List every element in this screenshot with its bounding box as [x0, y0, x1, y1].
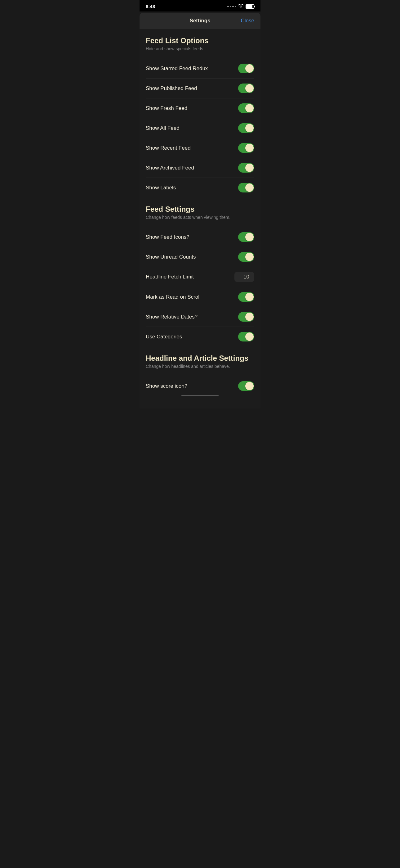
- headline-article-group: Show score icon?: [139, 376, 261, 396]
- show-unread-counts-toggle[interactable]: [238, 252, 254, 262]
- mark-as-read-on-scroll-label: Mark as Read on Scroll: [146, 294, 201, 300]
- show-score-icon-toggle[interactable]: [238, 381, 254, 391]
- section-headline-article: Headline and Article Settings Change how…: [139, 346, 261, 376]
- show-starred-feed-redux-toggle[interactable]: [238, 64, 254, 73]
- list-item: Mark as Read on Scroll: [146, 287, 254, 307]
- section-subtitle-feed-settings: Change how feeds acts when viewing them.: [146, 215, 254, 220]
- section-title-headline-article: Headline and Article Settings: [146, 354, 254, 363]
- list-item: Show score icon?: [146, 376, 254, 396]
- close-button[interactable]: Close: [241, 18, 254, 24]
- page-title: Settings: [190, 18, 210, 24]
- time: 8:48: [146, 4, 155, 9]
- use-categories-label: Use Categories: [146, 334, 182, 340]
- mark-as-read-on-scroll-toggle[interactable]: [238, 292, 254, 302]
- show-feed-icons-label: Show Feed Icons?: [146, 234, 190, 240]
- list-item: Show Starred Feed Redux: [146, 59, 254, 79]
- section-subtitle-headline-article: Change how headlines and articles behave…: [146, 364, 254, 369]
- use-categories-toggle[interactable]: [238, 332, 254, 341]
- list-item: Show Recent Feed: [146, 138, 254, 158]
- show-score-icon-label: Show score icon?: [146, 383, 187, 389]
- show-starred-feed-redux-label: Show Starred Feed Redux: [146, 65, 208, 72]
- section-feed-list-options: Feed List Options Hide and show specials…: [139, 29, 261, 59]
- section-title-feed-settings: Feed Settings: [146, 205, 254, 214]
- show-relative-dates-label: Show Relative Dates?: [146, 314, 198, 320]
- section-subtitle-feed-list: Hide and show specials feeds: [146, 46, 254, 51]
- list-item: Show Labels: [146, 178, 254, 197]
- signal-icon: [227, 6, 236, 7]
- feed-list-options-group: Show Starred Feed Redux Show Published F…: [139, 59, 261, 197]
- headline-fetch-limit-input[interactable]: [234, 272, 254, 282]
- list-item: Show Published Feed: [146, 79, 254, 98]
- show-recent-feed-toggle[interactable]: [238, 143, 254, 153]
- scroll-indicator: [181, 395, 219, 396]
- show-recent-feed-label: Show Recent Feed: [146, 145, 191, 151]
- section-feed-settings: Feed Settings Change how feeds acts when…: [139, 197, 261, 227]
- show-fresh-feed-toggle[interactable]: [238, 103, 254, 113]
- wifi-icon: [238, 4, 244, 9]
- settings-content: Feed List Options Hide and show specials…: [139, 29, 261, 408]
- show-feed-icons-toggle[interactable]: [238, 232, 254, 242]
- show-unread-counts-label: Show Unread Counts: [146, 254, 196, 260]
- show-fresh-feed-label: Show Fresh Feed: [146, 105, 187, 112]
- status-bar: 8:48: [139, 0, 261, 11]
- show-all-feed-toggle[interactable]: [238, 123, 254, 133]
- show-relative-dates-toggle[interactable]: [238, 312, 254, 321]
- status-right: [227, 4, 254, 9]
- feed-settings-group: Show Feed Icons? Show Unread Counts Head…: [139, 227, 261, 346]
- show-labels-label: Show Labels: [146, 185, 176, 191]
- section-title-feed-list: Feed List Options: [146, 36, 254, 45]
- show-published-feed-label: Show Published Feed: [146, 85, 197, 92]
- list-item: Show All Feed: [146, 118, 254, 138]
- show-archived-feed-label: Show Archived Feed: [146, 165, 194, 171]
- show-labels-toggle[interactable]: [238, 183, 254, 192]
- battery-icon: [245, 4, 254, 9]
- headline-fetch-limit-label: Headline Fetch Limit: [146, 274, 194, 280]
- list-item: Show Relative Dates?: [146, 307, 254, 327]
- list-item: Show Archived Feed: [146, 158, 254, 178]
- list-item: Use Categories: [146, 327, 254, 346]
- list-item: Headline Fetch Limit: [146, 267, 254, 287]
- show-archived-feed-toggle[interactable]: [238, 163, 254, 173]
- list-item: Show Feed Icons?: [146, 227, 254, 247]
- nav-bar: Settings Close: [139, 13, 261, 29]
- list-item: Show Unread Counts: [146, 247, 254, 267]
- show-published-feed-toggle[interactable]: [238, 84, 254, 93]
- list-item: Show Fresh Feed: [146, 98, 254, 118]
- show-all-feed-label: Show All Feed: [146, 125, 179, 131]
